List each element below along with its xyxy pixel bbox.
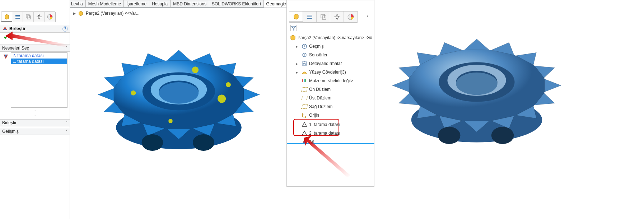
tab-meshmodel[interactable]: Mesh Modelleme [86,0,124,8]
appearance-icon [47,14,53,20]
section-select-objects[interactable]: Nesneleri Seç ˄ [0,45,70,52]
pm-tab-appear[interactable] [45,12,55,22]
section-select-label: Nesneleri Seç [2,46,29,51]
svg-rect-60 [305,79,306,82]
pm-confirm-row: ✔ [0,33,70,41]
svg-marker-12 [79,11,83,16]
svg-point-89 [491,127,514,144]
rollback-bar[interactable] [287,143,374,144]
help-button[interactable]: ? [62,26,68,32]
tree-label: 2. tarama datası [309,131,340,136]
svg-marker-23 [98,88,114,101]
pm-tab-row [1,11,56,22]
filter-button[interactable] [290,25,297,31]
list-item[interactable]: 1. tarama datası [11,59,67,64]
tab-isaretleme[interactable]: İşaretleme [124,0,149,8]
pm-tab-feature[interactable] [1,12,12,22]
tree-label: Geçmiş [309,44,324,49]
tree-item-onduzlem[interactable]: Ön Düzlem [288,85,373,94]
svg-point-88 [438,127,460,144]
mesh-icon [301,130,308,136]
svg-marker-0 [5,14,9,19]
pm-tab-dim[interactable] [34,12,45,22]
section-merge[interactable]: Birleştir ˅ [0,119,70,126]
tree-root-label: Parça2 (Varsayılan) <<Varsayılan>_Gö [298,35,372,40]
tab-mbd[interactable]: MBD Dimensions [171,0,209,8]
merge-icon [2,26,8,32]
chevron-down-icon: ˅ [66,129,68,134]
breadcrumb-expand-icon[interactable]: ▶ [73,11,76,16]
section-advanced[interactable]: Gelişmiş ˅ [0,128,70,135]
funnel-icon [291,25,296,31]
tab-addins[interactable]: SOLIDWORKS Eklentileri [209,0,264,8]
resize-handle-icon[interactable]: ◦ [32,113,39,116]
sensor-icon [301,52,308,58]
ft-tab-row [289,11,358,23]
plane-icon [301,86,308,93]
tree-item-sensorler[interactable]: Sensörler [288,51,373,59]
select-mesh-icon[interactable] [2,53,9,60]
svg-point-87 [456,73,497,95]
pm-tab-config[interactable] [12,12,23,22]
pm-tab-display[interactable] [23,12,34,22]
tree-item-sagduzlem[interactable]: Sağ Düzlem [288,102,373,111]
svg-marker-15 [244,88,260,101]
svg-marker-76 [392,79,409,92]
tree-label: Üst Düzlem [309,95,331,101]
net-icon [301,139,308,145]
ok-button[interactable]: ✔ [4,33,9,41]
svg-marker-27 [167,50,191,60]
tree-item-scan2[interactable]: 2. tarama datası [288,129,373,138]
svg-marker-43 [294,14,298,19]
viewport-right[interactable] [391,4,563,176]
ft-tab-display[interactable] [317,11,330,22]
list-item[interactable]: 2. tarama datası [11,53,67,59]
pm-title-text: Birleştir [9,26,25,31]
resize-handle-icon[interactable]: ◦ [32,108,39,111]
plane-icon [301,103,308,110]
feature-tree: Parça2 (Varsayılan) <<Varsayılan>_Gö ▸ G… [288,33,373,146]
svg-marker-52 [291,35,295,40]
tree-item-ag[interactable]: Ağ [288,138,373,146]
tree-root[interactable]: Parça2 (Varsayılan) <<Varsayılan>_Gö [288,33,373,42]
svg-point-34 [159,82,199,104]
svg-rect-45 [307,17,312,17]
chevron-down-icon: ˅ [66,121,68,125]
viewport-left[interactable] [96,16,261,181]
svg-point-37 [192,66,199,73]
svg-rect-3 [15,18,20,19]
history-icon [301,43,308,50]
ft-tab-feature[interactable] [289,11,303,22]
tree-label: Sağ Düzlem [309,104,332,109]
section-merge-label: Birleştir [2,120,17,125]
tab-hesapla[interactable]: Hesapla [149,0,171,8]
tabs-overflow-icon[interactable]: › [367,13,373,18]
tree-label: Sensörler [309,52,327,57]
tree-item-malzeme[interactable]: Malzeme <belirli değil> [288,76,373,85]
tree-item-yuzeygovde[interactable]: ▸ Yüzey Gövdeleri(3) [288,68,373,76]
part-icon [290,34,296,41]
tree-label: Ön Düzlem [309,87,331,92]
svg-marker-68 [545,79,561,92]
section-advanced-label: Gelişmiş [2,129,19,134]
tree-item-gecmis[interactable]: ▸ Geçmiş [288,42,373,51]
expand-icon[interactable]: ▸ [296,70,300,74]
svg-point-55 [304,55,305,56]
tree-item-scan1[interactable]: 1. tarama datası [288,120,373,129]
expand-icon[interactable]: ▸ [296,62,300,66]
svg-point-39 [218,95,226,103]
ft-tab-appear[interactable] [344,11,358,22]
ft-tab-config[interactable] [303,11,317,22]
tree-item-detay[interactable]: ▸ A Detaylandırmalar [288,59,373,68]
expand-icon[interactable]: ▸ [296,45,300,48]
material-icon [301,78,308,84]
svg-rect-46 [307,18,312,19]
tree-item-ustduzlem[interactable]: Üst Düzlem [288,94,373,102]
svg-point-35 [142,134,163,151]
tree-item-orijin[interactable]: Orijin [288,111,373,120]
svg-rect-58 [302,79,303,82]
ft-tab-dim[interactable] [330,11,344,22]
annotation-icon: A [301,60,308,67]
breadcrumb: ▶ Parça2 (Varsayılan) <<Var... [73,10,140,16]
selection-listbox[interactable]: 2. tarama datası 1. tarama datası [11,52,67,108]
